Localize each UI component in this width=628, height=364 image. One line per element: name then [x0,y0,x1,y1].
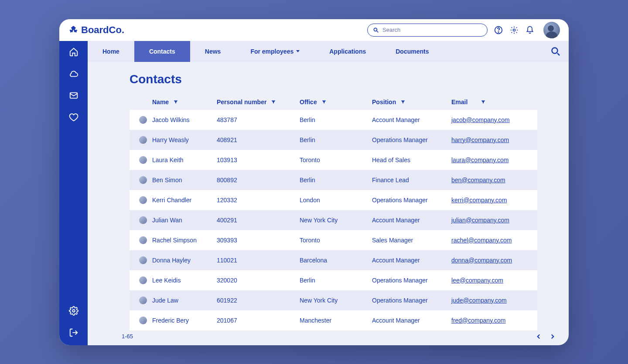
tab-applications[interactable]: Applications [314,41,381,62]
cell-email[interactable]: lee@company.com [451,277,528,284]
tab-contacts[interactable]: Contacts [134,41,190,62]
cell-personal: 120332 [217,197,300,204]
table-row[interactable]: Jude Law 601922 New York City Operations… [130,290,537,310]
tab-label: News [205,48,221,55]
filter-icon [173,99,178,105]
cell-email[interactable]: kerri@company.com [451,197,528,204]
content: Contacts Name Personal number [88,62,569,326]
table-row[interactable]: Harry Weasly 408921 Berlin Operations Ma… [130,130,537,150]
next-page-icon[interactable] [549,333,556,340]
cell-personal: 320020 [217,277,300,284]
svg-point-4 [513,29,515,31]
range-label: 1-65 [122,333,133,340]
col-name[interactable]: Name [152,99,217,105]
table-row[interactable]: Ben Simon 800892 Berlin Finance Lead ben… [130,170,537,190]
cell-position: Operations Manager [372,197,451,204]
cell-position: Operations Manager [372,136,451,143]
settings-icon[interactable] [509,25,519,35]
row-avatar [139,116,147,124]
cell-personal: 201067 [217,317,300,324]
tab-news[interactable]: News [190,41,236,62]
search-box[interactable] [367,24,488,37]
main-area: Home Contacts News For employees Applica… [88,41,569,345]
logout-icon[interactable] [69,328,78,337]
row-avatar [139,256,147,264]
tabbar-search-icon[interactable] [550,46,561,57]
heart-icon[interactable] [69,112,78,122]
cell-position: Account Manager [372,116,451,123]
tab-label: For employees [250,48,294,55]
cell-email[interactable]: donna@company.com [451,257,528,264]
col-office[interactable]: Office [300,99,372,105]
cell-email[interactable]: fred@company.com [451,317,528,324]
cell-email[interactable]: jude@company.com [451,297,528,304]
cell-office: Berlin [300,136,372,143]
cell-personal: 110021 [217,257,300,264]
col-personal[interactable]: Personal number [217,99,300,105]
cell-position: Operations Manager [372,277,451,284]
search-input[interactable] [382,27,482,33]
col-position[interactable]: Position [372,99,451,105]
home-icon[interactable] [69,47,78,57]
bell-icon[interactable] [525,25,535,35]
table-row[interactable]: Donna Hayley 110021 Barcelona Account Ma… [130,250,537,270]
cell-personal: 601922 [217,297,300,304]
cell-office: Toronto [300,156,372,163]
cell-personal: 800892 [217,177,300,184]
table-row[interactable]: Lee Keidis 320020 Berlin Operations Mana… [130,270,537,290]
logo[interactable]: BoardCo. [68,24,124,36]
table-row[interactable]: Jacob Wilkins 483787 Berlin Account Mana… [130,110,537,130]
svg-line-1 [377,31,379,32]
prev-page-icon[interactable] [535,333,543,340]
cell-email[interactable]: jacob@company.com [451,116,528,123]
cell-name: Laura Keith [152,156,217,163]
cell-position: Finance Lead [372,177,451,184]
col-label: Office [300,99,317,105]
logo-icon [68,25,78,35]
filter-icon [271,99,276,105]
col-email[interactable]: Email [451,99,528,105]
sidebar [59,41,88,345]
row-avatar [139,276,147,284]
table-row[interactable]: Rachel Simpson 309393 Toronto Sales Mana… [130,230,537,250]
svg-point-6 [72,310,75,312]
cell-position: Head of Sales [372,156,451,163]
svg-line-8 [557,53,560,55]
cloud-icon[interactable] [69,69,78,78]
gear-icon[interactable] [69,306,78,316]
cell-position: Account Manager [372,217,451,224]
contacts-table: Name Personal number Office Positio [130,94,537,330]
row-avatar [139,196,147,204]
cell-position: Operations Manager [372,297,451,304]
table-row[interactable]: Kerri Chandler 120332 London Operations … [130,190,537,210]
cell-name: Kerri Chandler [152,197,217,204]
cell-office: Manchester [300,317,372,324]
tab-for-employees[interactable]: For employees [236,41,314,62]
tab-label: Home [102,48,119,55]
cell-office: London [300,197,372,204]
help-icon[interactable] [494,25,503,35]
cell-office: Toronto [300,237,372,244]
table-row[interactable]: Laura Keith 103913 Toronto Head of Sales… [130,150,537,170]
tab-documents[interactable]: Documents [381,41,444,62]
cell-email[interactable]: rachel@company.com [451,237,528,244]
tab-home[interactable]: Home [88,41,134,62]
row-avatar [139,136,147,144]
user-avatar[interactable] [543,22,560,38]
svg-point-7 [552,48,558,53]
col-label: Name [152,99,169,105]
cell-position: Account Manager [372,317,451,324]
cell-position: Account Manager [372,257,451,264]
cell-email[interactable]: ben@company.com [451,177,528,184]
cell-email[interactable]: laura@company.com [451,156,528,163]
cell-name: Harry Weasly [152,136,217,143]
cell-office: Berlin [300,116,372,123]
mail-icon[interactable] [69,91,78,100]
table-row[interactable]: Julian Wan 400291 New York City Account … [130,210,537,230]
cell-email[interactable]: julian@company.com [451,217,528,224]
cell-office: New York City [300,217,372,224]
row-avatar [139,156,147,164]
cell-personal: 408921 [217,136,300,143]
cell-email[interactable]: harry@company.com [451,136,528,143]
table-footer: 1-65 [88,328,569,345]
